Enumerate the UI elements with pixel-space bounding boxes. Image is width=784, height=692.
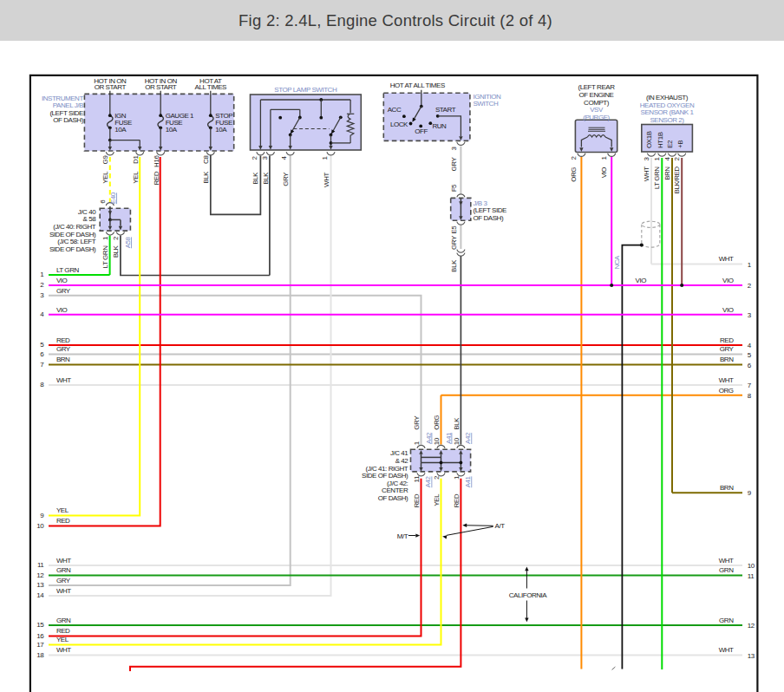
svg-text:OR START: OR START — [95, 83, 127, 91]
svg-text:GRY: GRY — [720, 345, 735, 353]
svg-text:7: 7 — [748, 382, 752, 389]
svg-text:GRY: GRY — [282, 172, 290, 186]
svg-text:(PURGE): (PURGE) — [583, 114, 610, 121]
svg-text:5: 5 — [748, 351, 752, 359]
svg-text:G9: G9 — [101, 155, 109, 165]
svg-text:ALL TIMES: ALL TIMES — [195, 83, 227, 91]
svg-text:VIO: VIO — [600, 167, 608, 179]
svg-text:1: 1 — [40, 271, 44, 278]
svg-text:SENSOR 2): SENSOR 2) — [650, 116, 684, 124]
svg-text:BLK: BLK — [202, 171, 210, 184]
svg-text:ORG: ORG — [433, 415, 441, 430]
svg-text:WHT: WHT — [323, 172, 330, 186]
svg-text:BRN: BRN — [720, 484, 734, 492]
svg-text:4: 4 — [663, 157, 671, 161]
svg-text:10A: 10A — [166, 126, 178, 134]
svg-text:BLK: BLK — [252, 172, 259, 185]
svg-text:STOP LAMP SWITCH: STOP LAMP SWITCH — [274, 86, 337, 94]
svg-text:SIDE OF DASH): SIDE OF DASH) — [49, 245, 96, 253]
svg-text:YEL: YEL — [132, 171, 140, 184]
svg-text:1: 1 — [653, 157, 661, 161]
svg-text:11: 11 — [748, 572, 755, 580]
svg-text:RED: RED — [56, 336, 70, 344]
svg-text:3: 3 — [40, 291, 44, 299]
svg-text:4: 4 — [40, 310, 44, 318]
svg-text:+B: +B — [676, 140, 684, 148]
svg-text:BLK/RED: BLK/RED — [673, 166, 681, 194]
svg-text:RED: RED — [720, 336, 734, 344]
svg-text:BLK: BLK — [450, 259, 458, 272]
svg-text:GRY: GRY — [450, 156, 458, 171]
svg-text:WHT: WHT — [719, 376, 734, 384]
svg-text:1: 1 — [413, 441, 421, 445]
svg-text:RED: RED — [413, 493, 421, 507]
svg-text:10: 10 — [453, 437, 461, 445]
svg-text:E40: E40 — [109, 192, 117, 204]
svg-text:LT GRN: LT GRN — [653, 166, 661, 190]
svg-text:VIO: VIO — [56, 277, 68, 284]
svg-text:E2: E2 — [666, 140, 674, 148]
svg-text:HOT AT ALL TIMES: HOT AT ALL TIMES — [390, 82, 445, 89]
svg-text:BRN: BRN — [56, 356, 70, 363]
svg-text:10A: 10A — [114, 126, 127, 134]
svg-text:LOCK: LOCK — [390, 121, 408, 128]
svg-text:17: 17 — [36, 641, 44, 649]
svg-text:F5: F5 — [450, 184, 458, 192]
svg-text:(J/C 40: RIGHT: (J/C 40: RIGHT — [53, 223, 95, 231]
svg-text:E5: E5 — [450, 225, 458, 234]
svg-text:1: 1 — [600, 155, 608, 160]
svg-text:H16: H16 — [153, 155, 160, 167]
svg-text:2: 2 — [251, 156, 258, 160]
svg-text:2: 2 — [570, 155, 578, 160]
svg-text:SWITCH: SWITCH — [473, 100, 499, 108]
svg-text:BRN: BRN — [663, 166, 671, 180]
svg-text:GRY: GRY — [56, 345, 71, 353]
svg-text:2: 2 — [748, 282, 752, 290]
svg-text:WHT: WHT — [56, 646, 71, 654]
svg-text:HT1B: HT1B — [657, 132, 664, 148]
svg-text:VIO: VIO — [636, 277, 647, 284]
svg-text:13: 13 — [748, 652, 755, 660]
svg-text:18: 18 — [36, 651, 44, 659]
svg-text:13: 13 — [36, 581, 44, 589]
svg-text:15: 15 — [36, 621, 44, 629]
svg-text:2: 2 — [40, 281, 44, 289]
svg-text:ORG: ORG — [719, 387, 734, 395]
svg-text:4: 4 — [280, 156, 288, 160]
svg-text:2: 2 — [673, 157, 681, 161]
svg-text:9: 9 — [40, 512, 44, 519]
svg-text:7: 7 — [40, 361, 44, 369]
svg-text:4: 4 — [748, 342, 752, 349]
svg-text:YEL: YEL — [56, 636, 69, 643]
svg-text:RUN: RUN — [432, 122, 447, 130]
svg-text:CALIFORNIA: CALIFORNIA — [509, 591, 548, 599]
svg-text:6: 6 — [99, 199, 107, 204]
svg-text:GRN: GRN — [56, 566, 71, 574]
svg-text:1: 1 — [101, 236, 109, 240]
svg-text:A/T: A/T — [495, 522, 506, 530]
svg-text:WHT: WHT — [56, 376, 71, 384]
svg-text:LT GRN: LT GRN — [56, 266, 80, 274]
svg-text:M/T: M/T — [397, 532, 408, 540]
svg-text:YEL: YEL — [56, 506, 69, 514]
svg-text:C8: C8 — [202, 155, 210, 164]
svg-text:OFF: OFF — [415, 127, 428, 135]
svg-text:VIO: VIO — [722, 306, 734, 314]
svg-text:OX1B: OX1B — [645, 131, 653, 148]
svg-text:GRN: GRN — [719, 566, 734, 574]
svg-text:WHT: WHT — [643, 166, 650, 181]
svg-text:VIO: VIO — [722, 277, 734, 284]
svg-text:YEL: YEL — [433, 493, 441, 506]
svg-text:9: 9 — [748, 489, 752, 497]
svg-text:A41: A41 — [445, 432, 453, 444]
svg-text:D1: D1 — [132, 155, 140, 164]
svg-text:14: 14 — [36, 591, 44, 599]
svg-text:RED: RED — [56, 517, 70, 525]
svg-text:GRN: GRN — [56, 617, 71, 624]
svg-text:12: 12 — [36, 571, 44, 579]
svg-text:10: 10 — [433, 437, 441, 445]
svg-text:10A: 10A — [215, 126, 227, 134]
svg-text:3: 3 — [450, 146, 458, 150]
svg-text:1: 1 — [748, 261, 752, 269]
svg-text:8: 8 — [748, 392, 752, 400]
